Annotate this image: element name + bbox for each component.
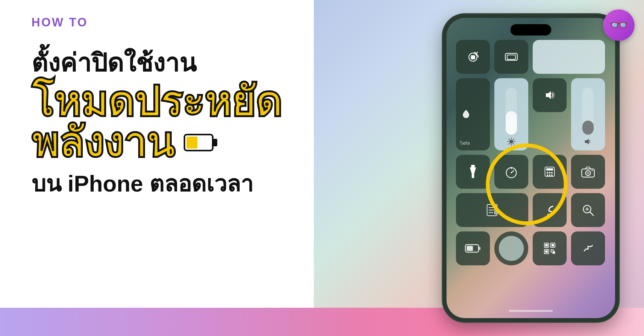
svg-rect-61 xyxy=(552,251,555,254)
left-text-area: HOW TO ตั้งค่าปิดใช้งาน โหมดประหยัด พลัง… xyxy=(0,0,314,336)
svg-rect-51 xyxy=(479,247,480,250)
svg-line-16 xyxy=(509,144,510,144)
round-button-tile xyxy=(494,231,528,265)
svg-rect-57 xyxy=(545,250,548,253)
svg-rect-50 xyxy=(467,246,473,251)
timer-tile xyxy=(494,155,528,189)
focus-label: โฟกัส xyxy=(460,140,470,147)
svg-point-31 xyxy=(547,175,548,176)
iphone-screen: .cc-abs { position: absolute; border-rad… xyxy=(447,18,615,318)
markup-tile xyxy=(571,231,605,265)
battery-cap xyxy=(214,139,217,146)
shazam-tile xyxy=(533,193,567,227)
svg-line-46 xyxy=(590,212,593,215)
svg-point-37 xyxy=(591,170,593,171)
brightness-volume-top-tile xyxy=(533,40,605,74)
notes-tile xyxy=(456,193,528,227)
svg-point-29 xyxy=(549,172,551,174)
battery-saver-tile xyxy=(456,231,490,265)
calculator-tile xyxy=(533,155,567,189)
phone-area: .cc-abs { position: absolute; border-rad… xyxy=(314,0,644,336)
svg-point-36 xyxy=(587,172,589,174)
svg-rect-20 xyxy=(472,174,474,178)
svg-point-8 xyxy=(509,140,513,144)
battery-body xyxy=(184,134,214,151)
focus-tile: โฟกัส xyxy=(456,78,490,150)
svg-rect-53 xyxy=(545,244,548,247)
svg-rect-58 xyxy=(551,249,552,251)
title-line3: พลังงาน xyxy=(31,122,296,163)
screen-mirror-tile xyxy=(494,40,528,74)
iphone-frame: .cc-abs { position: absolute; border-rad… xyxy=(443,14,619,322)
home-bar xyxy=(509,310,553,312)
svg-point-30 xyxy=(551,172,553,174)
svg-line-13 xyxy=(509,139,510,140)
logo-badge: 👓 xyxy=(603,9,635,41)
svg-point-33 xyxy=(551,175,553,176)
svg-rect-19 xyxy=(471,165,475,167)
svg-rect-5 xyxy=(471,55,475,59)
flashlight-tile xyxy=(456,155,490,189)
sound-tile xyxy=(533,78,567,112)
battery-fill xyxy=(186,137,197,149)
title-line2: โหมดประหยัด xyxy=(31,81,296,122)
svg-marker-17 xyxy=(546,91,551,99)
svg-rect-7 xyxy=(507,55,515,59)
rotation-lock-tile xyxy=(456,40,490,74)
dynamic-island xyxy=(510,24,551,35)
svg-line-15 xyxy=(513,139,514,140)
brightness-tile xyxy=(494,78,528,150)
title-line1: ตั้งค่าปิดใช้งาน xyxy=(31,48,296,78)
logo-icon: 👓 xyxy=(609,16,628,34)
qr-scan-tile xyxy=(533,231,567,265)
iphone-mockup: .cc-abs { position: absolute; border-rad… xyxy=(443,14,619,322)
volume-tile xyxy=(571,78,605,150)
magnify-tile xyxy=(571,193,605,227)
svg-point-32 xyxy=(549,175,551,176)
battery-icon-decoration xyxy=(184,133,218,152)
svg-point-25 xyxy=(511,172,512,173)
svg-rect-55 xyxy=(552,244,554,247)
camera-tile xyxy=(571,155,605,189)
svg-line-14 xyxy=(513,144,514,144)
svg-rect-27 xyxy=(546,168,553,171)
title-line4: บน iPhone ตลอดเวลา xyxy=(31,169,296,199)
svg-marker-18 xyxy=(585,139,589,144)
svg-rect-59 xyxy=(552,249,554,251)
svg-rect-60 xyxy=(551,251,552,252)
svg-point-28 xyxy=(547,172,548,174)
how-to-label: HOW TO xyxy=(31,16,296,29)
